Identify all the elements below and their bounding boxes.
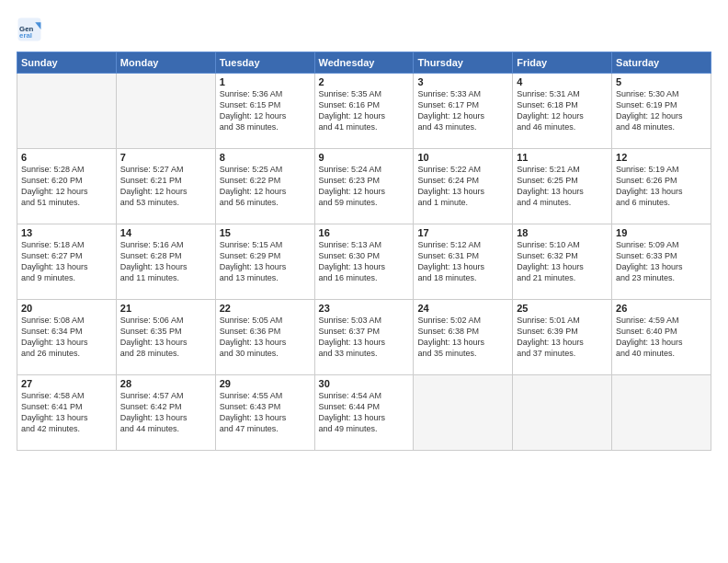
day-info: Sunrise: 5:27 AM Sunset: 6:21 PM Dayligh… [120,164,211,209]
day-number: 14 [120,227,211,238]
day-info: Sunrise: 5:24 AM Sunset: 6:23 PM Dayligh… [319,164,410,209]
day-cell: 18Sunrise: 5:10 AM Sunset: 6:32 PM Dayli… [513,224,612,300]
day-cell: 10Sunrise: 5:22 AM Sunset: 6:24 PM Dayli… [414,149,513,224]
day-info: Sunrise: 5:01 AM Sunset: 6:39 PM Dayligh… [517,315,608,360]
day-info: Sunrise: 5:25 AM Sunset: 6:22 PM Dayligh… [220,164,311,209]
day-number: 7 [120,152,211,163]
day-info: Sunrise: 5:35 AM Sunset: 6:16 PM Dayligh… [319,88,410,133]
svg-text:eral: eral [19,31,32,40]
day-cell: 19Sunrise: 5:09 AM Sunset: 6:33 PM Dayli… [612,224,711,300]
week-row-2: 6Sunrise: 5:28 AM Sunset: 6:20 PM Daylig… [17,149,711,224]
day-cell: 8Sunrise: 5:25 AM Sunset: 6:22 PM Daylig… [215,149,314,224]
day-cell: 22Sunrise: 5:05 AM Sunset: 6:36 PM Dayli… [215,300,314,375]
day-number: 13 [21,227,112,238]
day-info: Sunrise: 5:19 AM Sunset: 6:26 PM Dayligh… [616,164,707,209]
day-number: 17 [417,227,508,238]
day-number: 3 [417,76,508,87]
day-info: Sunrise: 4:59 AM Sunset: 6:40 PM Dayligh… [616,315,707,360]
week-row-5: 27Sunrise: 4:58 AM Sunset: 6:41 PM Dayli… [17,375,711,451]
day-number: 4 [517,76,608,87]
day-info: Sunrise: 4:55 AM Sunset: 6:43 PM Dayligh… [220,390,311,435]
day-info: Sunrise: 5:02 AM Sunset: 6:38 PM Dayligh… [417,315,508,360]
day-number: 28 [120,378,211,389]
day-info: Sunrise: 5:05 AM Sunset: 6:36 PM Dayligh… [220,315,311,360]
day-cell [414,375,513,451]
weekday-header-friday: Friday [513,52,612,74]
day-number: 25 [517,303,608,314]
logo: Gen eral [17,17,46,42]
day-cell: 16Sunrise: 5:13 AM Sunset: 6:30 PM Dayli… [314,224,414,300]
day-cell [116,74,215,149]
day-cell: 5Sunrise: 5:30 AM Sunset: 6:19 PM Daylig… [612,74,711,149]
day-cell: 3Sunrise: 5:33 AM Sunset: 6:17 PM Daylig… [414,74,513,149]
day-info: Sunrise: 5:06 AM Sunset: 6:35 PM Dayligh… [120,315,211,360]
day-cell: 27Sunrise: 4:58 AM Sunset: 6:41 PM Dayli… [17,375,117,451]
day-info: Sunrise: 5:08 AM Sunset: 6:34 PM Dayligh… [21,315,112,360]
day-cell: 13Sunrise: 5:18 AM Sunset: 6:27 PM Dayli… [17,224,117,300]
day-info: Sunrise: 5:31 AM Sunset: 6:18 PM Dayligh… [517,88,608,133]
day-number: 30 [319,378,410,389]
day-cell [17,74,117,149]
day-cell: 2Sunrise: 5:35 AM Sunset: 6:16 PM Daylig… [314,74,414,149]
day-info: Sunrise: 5:18 AM Sunset: 6:27 PM Dayligh… [21,239,112,284]
day-info: Sunrise: 4:54 AM Sunset: 6:44 PM Dayligh… [319,390,410,435]
day-number: 11 [517,152,608,163]
day-number: 20 [21,303,112,314]
weekday-header-sunday: Sunday [17,52,117,74]
day-info: Sunrise: 5:36 AM Sunset: 6:15 PM Dayligh… [220,88,311,133]
day-number: 24 [417,303,508,314]
day-cell [612,375,711,451]
day-cell: 24Sunrise: 5:02 AM Sunset: 6:38 PM Dayli… [414,300,513,375]
day-number: 1 [220,76,311,87]
day-number: 16 [319,227,410,238]
day-number: 27 [21,378,112,389]
weekday-header-thursday: Thursday [414,52,513,74]
day-number: 15 [220,227,311,238]
week-row-3: 13Sunrise: 5:18 AM Sunset: 6:27 PM Dayli… [17,224,711,300]
day-info: Sunrise: 5:16 AM Sunset: 6:28 PM Dayligh… [120,239,211,284]
weekday-header-tuesday: Tuesday [215,52,314,74]
day-number: 23 [319,303,410,314]
day-number: 2 [319,76,410,87]
day-number: 6 [21,152,112,163]
day-info: Sunrise: 4:58 AM Sunset: 6:41 PM Dayligh… [21,390,112,435]
week-row-4: 20Sunrise: 5:08 AM Sunset: 6:34 PM Dayli… [17,300,711,375]
day-info: Sunrise: 5:12 AM Sunset: 6:31 PM Dayligh… [417,239,508,284]
weekday-header-wednesday: Wednesday [314,52,414,74]
day-info: Sunrise: 5:15 AM Sunset: 6:29 PM Dayligh… [220,239,311,284]
day-cell: 15Sunrise: 5:15 AM Sunset: 6:29 PM Dayli… [215,224,314,300]
day-number: 5 [616,76,707,87]
page: Gen eral SundayMondayTuesdayWednesdayThu… [0,0,728,563]
day-cell: 4Sunrise: 5:31 AM Sunset: 6:18 PM Daylig… [513,74,612,149]
day-info: Sunrise: 5:09 AM Sunset: 6:33 PM Dayligh… [616,239,707,284]
day-cell: 9Sunrise: 5:24 AM Sunset: 6:23 PM Daylig… [314,149,414,224]
day-number: 22 [220,303,311,314]
day-cell: 30Sunrise: 4:54 AM Sunset: 6:44 PM Dayli… [314,375,414,451]
day-cell: 14Sunrise: 5:16 AM Sunset: 6:28 PM Dayli… [116,224,215,300]
day-cell: 12Sunrise: 5:19 AM Sunset: 6:26 PM Dayli… [612,149,711,224]
day-cell: 17Sunrise: 5:12 AM Sunset: 6:31 PM Dayli… [414,224,513,300]
day-cell: 11Sunrise: 5:21 AM Sunset: 6:25 PM Dayli… [513,149,612,224]
day-info: Sunrise: 5:21 AM Sunset: 6:25 PM Dayligh… [517,164,608,209]
day-cell [513,375,612,451]
day-cell: 1Sunrise: 5:36 AM Sunset: 6:15 PM Daylig… [215,74,314,149]
header: Gen eral [17,17,711,42]
day-cell: 26Sunrise: 4:59 AM Sunset: 6:40 PM Dayli… [612,300,711,375]
day-number: 9 [319,152,410,163]
day-info: Sunrise: 5:10 AM Sunset: 6:32 PM Dayligh… [517,239,608,284]
day-cell: 6Sunrise: 5:28 AM Sunset: 6:20 PM Daylig… [17,149,117,224]
day-cell: 29Sunrise: 4:55 AM Sunset: 6:43 PM Dayli… [215,375,314,451]
day-cell: 23Sunrise: 5:03 AM Sunset: 6:37 PM Dayli… [314,300,414,375]
day-info: Sunrise: 5:33 AM Sunset: 6:17 PM Dayligh… [417,88,508,133]
day-info: Sunrise: 5:30 AM Sunset: 6:19 PM Dayligh… [616,88,707,133]
day-info: Sunrise: 5:03 AM Sunset: 6:37 PM Dayligh… [319,315,410,360]
weekday-header-saturday: Saturday [612,52,711,74]
day-number: 12 [616,152,707,163]
day-cell: 7Sunrise: 5:27 AM Sunset: 6:21 PM Daylig… [116,149,215,224]
day-cell: 25Sunrise: 5:01 AM Sunset: 6:39 PM Dayli… [513,300,612,375]
day-number: 29 [220,378,311,389]
logo-icon: Gen eral [17,17,42,42]
day-number: 19 [616,227,707,238]
day-number: 21 [120,303,211,314]
week-row-1: 1Sunrise: 5:36 AM Sunset: 6:15 PM Daylig… [17,74,711,149]
